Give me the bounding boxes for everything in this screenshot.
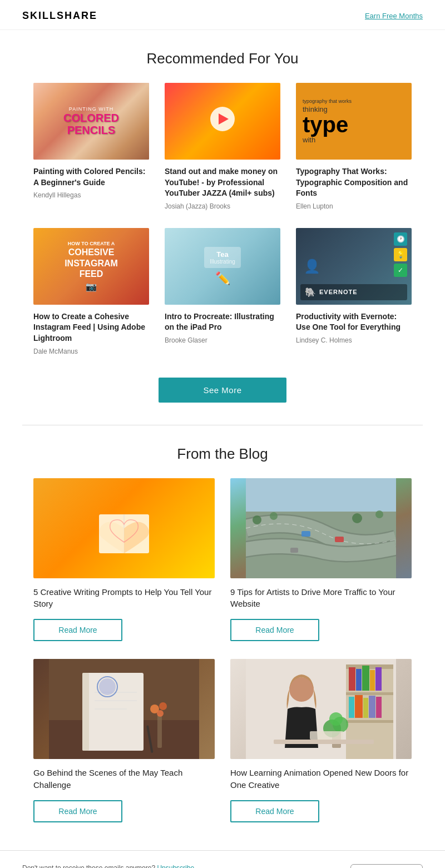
svg-point-24 [157,710,164,717]
svg-rect-47 [310,731,343,740]
courses-grid: PAINTING WITH COLOREDPENCILS Painting wi… [0,83,445,361]
course-title-procreate: Intro to Procreate: Illustrating on the … [165,311,280,333]
course-thumb-evernote[interactable]: 👤 🐘 EVERNOTE 🕐 💡 ✓ [296,228,412,305]
course-card-typography: typography that works thinking type with… [296,83,412,210]
svg-rect-33 [362,666,369,691]
svg-point-7 [352,513,362,523]
blog-title-artist-traffic: 9 Tips for Artists to Drive More Traffic… [230,586,412,611]
svg-rect-39 [369,696,375,718]
course-author-youtube: Josiah (Jazza) Brooks [165,202,280,210]
course-thumb-colored-pencils[interactable]: PAINTING WITH COLOREDPENCILS [33,83,149,160]
svg-rect-10 [335,537,344,542]
unsubscribe-link[interactable]: Unsubscribe [157,864,194,868]
svg-rect-30 [346,720,393,723]
svg-rect-11 [290,548,298,553]
read-more-animation[interactable]: Read More [230,800,319,822]
svg-point-23 [159,702,167,710]
see-more-button[interactable]: See More [159,378,286,403]
svg-rect-21 [157,715,162,748]
svg-rect-35 [375,667,382,691]
course-card-procreate: Tea Illustrating ✏️ Intro to Procreate: … [165,228,280,355]
svg-rect-34 [370,670,375,691]
course-card-colored-pencils: PAINTING WITH COLOREDPENCILS Painting wi… [33,83,149,210]
read-more-teach-challenge[interactable]: Read More [33,800,122,822]
svg-rect-15 [82,673,89,751]
course-author-typography: Ellen Lupton [296,202,412,210]
read-more-artist-traffic[interactable]: Read More [230,619,319,641]
earn-free-months-link[interactable]: Earn Free Months [365,12,423,20]
blog-card-teach-challenge: Go Behind the Scenes of the May Teach Ch… [33,659,215,822]
road-svg [246,478,396,578]
blog-card-animation: How Learning Animation Opened New Doors … [230,659,412,822]
course-thumb-instagram[interactable]: HOW TO CREATE A COHESIVEINSTAGRAMFEED 📷 [33,228,149,305]
course-title-colored-pencils: Painting with Colored Pencils: A Beginne… [33,166,149,188]
svg-point-6 [270,512,278,520]
course-title-evernote: Productivity with Evernote: Use One Tool… [296,311,412,333]
svg-rect-29 [346,692,393,695]
course-author-instagram: Dale McManus [33,348,149,355]
play-icon [210,107,235,131]
blog-thumb-artist-traffic[interactable] [230,478,412,578]
course-card-instagram: HOW TO CREATE A COHESIVEINSTAGRAMFEED 📷 … [33,228,149,355]
course-thumb-youtube[interactable] [165,83,280,160]
course-title-youtube: Stand out and make money on YouTube! - b… [165,166,280,199]
svg-point-8 [375,510,383,518]
blog-title-animation: How Learning Animation Opened New Doors … [230,767,412,791]
course-thumb-typography[interactable]: typography that works thinking type with [296,83,412,160]
blog-grid: 5 Creative Writing Prompts to Help You T… [0,478,445,834]
svg-point-5 [253,515,261,524]
footer: Don't want to receive these emails anymo… [0,850,445,868]
svg-rect-38 [363,698,368,718]
woman-svg [246,659,396,759]
journal-svg [49,659,199,759]
course-author-procreate: Brooke Glaser [165,336,280,344]
blog-thumb-writing-prompts[interactable] [33,478,215,578]
read-more-writing-prompts[interactable]: Read More [33,619,122,641]
blog-thumb-animation[interactable] [230,659,412,759]
footer-left: Don't want to receive these emails anymo… [22,864,350,868]
course-card-evernote: 👤 🐘 EVERNOTE 🕐 💡 ✓ Productivity with Eve… [296,228,412,355]
blog-card-artist-traffic: 9 Tips for Artists to Drive More Traffic… [230,478,412,642]
header: SKILLSHARE Earn Free Months [0,0,445,30]
book-svg [88,498,160,559]
blog-thumb-teach-challenge[interactable] [33,659,215,759]
footer-unsubscribe-text: Don't want to receive these emails anymo… [22,864,350,868]
svg-point-44 [329,712,343,726]
svg-rect-36 [349,697,354,718]
course-title-typography: Typography That Works: Typographic Compo… [296,166,412,199]
course-author-evernote: Lindsey C. Holmes [296,336,412,344]
section-divider [22,425,423,425]
svg-rect-3 [246,478,396,512]
svg-point-20 [99,678,116,695]
course-title-instagram: How to Create a Cohesive Instagram Feed … [33,311,149,344]
footer-right: Available on the App Store GET IT ON Goo… [350,864,423,868]
blog-title-teach-challenge: Go Behind the Scenes of the May Teach Ch… [33,767,215,791]
logo: SKILLSHARE [22,10,97,22]
svg-rect-32 [356,669,362,691]
recommended-title: Recommended For You [0,50,445,67]
course-card-youtube: Stand out and make money on YouTube! - b… [165,83,280,210]
course-thumb-procreate[interactable]: Tea Illustrating ✏️ [165,228,280,305]
see-more-wrap: See More [0,378,445,403]
course-author-colored-pencils: Kendyll Hillegas [33,191,149,199]
svg-rect-9 [301,531,310,537]
blog-title: From the Blog [0,445,445,463]
blog-title-writing-prompts: 5 Creative Writing Prompts to Help You T… [33,586,215,611]
blog-card-writing-prompts: 5 Creative Writing Prompts to Help You T… [33,478,215,642]
app-store-badge[interactable]: Available on the App Store [350,864,423,868]
svg-rect-40 [376,697,382,718]
svg-rect-37 [355,695,363,718]
svg-rect-31 [349,667,355,691]
svg-rect-46 [274,740,374,744]
